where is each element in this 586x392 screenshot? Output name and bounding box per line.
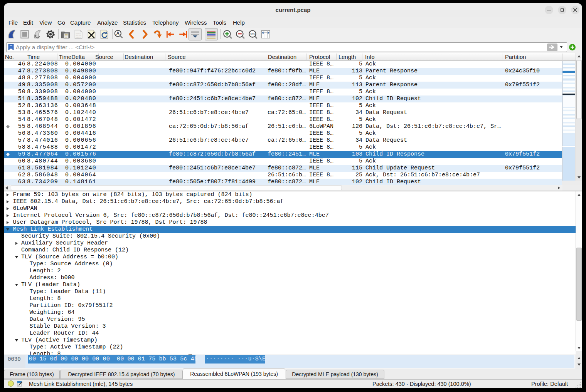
svg-text:A: A [116, 31, 120, 36]
svg-text:0111: 0111 [76, 37, 81, 39]
svg-text:1:1: 1:1 [250, 32, 255, 36]
